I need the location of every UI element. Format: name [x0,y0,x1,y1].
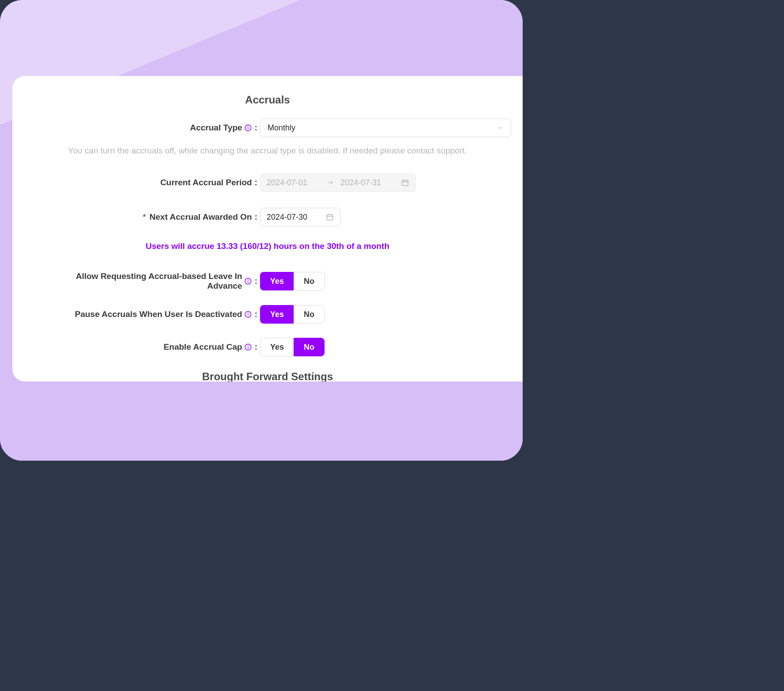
section-title-accruals: Accruals [39,94,496,106]
info-icon[interactable] [244,310,252,318]
row-accrual-type: Accrual Type : Monthly [39,118,496,137]
accrual-type-select[interactable]: Monthly [260,118,511,137]
required-asterisk: * [143,212,146,222]
row-pause-deactivated: Pause Accruals When User Is Deactivated … [39,305,496,324]
allow-advance-yes[interactable]: Yes [260,272,294,290]
row-allow-advance: Allow Requesting Accrual-based Leave In … [39,271,496,291]
row-enable-cap: Enable Accrual Cap : Yes No [39,338,496,356]
info-icon[interactable] [244,124,252,132]
pause-deactivated-toggle: Yes No [260,305,325,324]
label-accrual-type: Accrual Type [190,123,242,133]
label-pause-deactivated: Pause Accruals When User Is Deactivated [75,309,242,319]
calendar-icon [326,213,334,221]
info-icon[interactable] [244,277,252,285]
pause-deactivated-no[interactable]: No [294,305,325,324]
enable-cap-no[interactable]: No [294,338,325,356]
svg-point-17 [248,313,248,313]
info-icon[interactable] [244,343,252,351]
chevron-down-icon [497,125,504,131]
period-end: 2024-07-31 [340,178,395,187]
label-next-awarded: Next Accrual Awarded On [149,212,252,222]
accrual-type-value: Monthly [268,123,295,133]
enable-cap-yes[interactable]: Yes [260,338,294,356]
label-allow-advance: Allow Requesting Accrual-based Leave In … [39,271,242,291]
label-enable-cap: Enable Accrual Cap [164,342,242,352]
allow-advance-toggle: Yes No [260,272,325,290]
svg-point-20 [248,346,248,346]
label-current-period: Current Accrual Period [160,178,252,187]
settings-card: Accruals Accrual Type : Monthly You can … [12,76,523,382]
allow-advance-no[interactable]: No [294,272,325,290]
period-start: 2024-07-01 [267,178,321,187]
arrow-right-icon [327,179,334,186]
svg-rect-4 [402,180,408,186]
svg-point-14 [248,280,248,280]
row-current-period: Current Accrual Period : 2024-07-01 2024… [39,173,496,192]
page-background: Accruals Accrual Type : Monthly You can … [0,0,523,461]
svg-rect-8 [327,215,333,220]
next-awarded-date-input[interactable]: 2024-07-30 [260,208,340,226]
row-next-awarded: * Next Accrual Awarded On : 2024-07-30 [39,208,496,226]
pause-deactivated-yes[interactable]: Yes [260,305,294,324]
next-awarded-value: 2024-07-30 [267,213,307,222]
helper-text: You can turn the accruals off, while cha… [39,146,496,156]
accrue-message: Users will accrue 13.33 (160/12) hours o… [39,241,496,251]
enable-cap-toggle: Yes No [260,338,325,356]
calendar-icon [401,179,409,187]
section-title-brought-forward: Brought Forward Settings [39,370,496,382]
current-period-range: 2024-07-01 2024-07-31 [260,173,416,192]
svg-point-2 [248,126,248,127]
